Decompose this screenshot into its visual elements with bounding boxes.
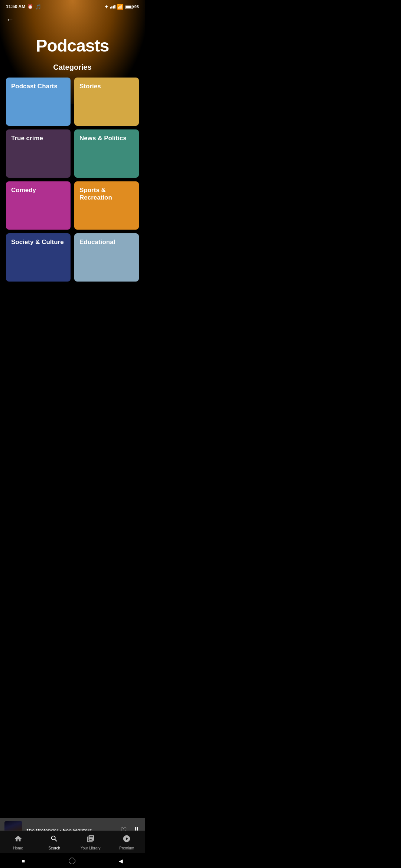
category-label-comedy: Comedy: [11, 187, 36, 194]
categories-section: Categories Podcast ChartsStoriesTrue cri…: [0, 63, 145, 282]
wifi-icon: 📶: [117, 4, 123, 10]
alarm-icon: ⏰: [27, 4, 33, 9]
signal-bars: [110, 5, 115, 9]
category-label-true-crime: True crime: [11, 135, 43, 142]
spotify-status-icon: 🎵: [35, 4, 41, 10]
category-label-podcast-charts: Podcast Charts: [11, 83, 58, 90]
battery-percentage: 93: [134, 4, 139, 9]
category-card-comedy[interactable]: Comedy: [6, 181, 71, 230]
battery-icon: [125, 5, 133, 9]
category-label-educational: Educational: [79, 239, 115, 246]
category-card-society-culture[interactable]: Society & Culture: [6, 233, 71, 282]
category-card-podcast-charts[interactable]: Podcast Charts: [6, 78, 71, 126]
category-card-sports-recreation[interactable]: Sports & Recreation: [74, 181, 139, 230]
status-bar: 11:50 AM ⏰ 🎵 ✦ 📶 93: [0, 0, 145, 12]
category-label-stories: Stories: [79, 83, 101, 90]
category-card-true-crime[interactable]: True crime: [6, 129, 71, 178]
categories-grid: Podcast ChartsStoriesTrue crimeNews & Po…: [6, 78, 139, 282]
category-label-society-culture: Society & Culture: [11, 239, 64, 246]
time: 11:50 AM: [6, 4, 25, 9]
category-label-news-politics: News & Politics: [79, 135, 127, 142]
status-left: 11:50 AM ⏰ 🎵: [6, 4, 41, 10]
category-card-educational[interactable]: Educational: [74, 233, 139, 282]
category-card-stories[interactable]: Stories: [74, 78, 139, 126]
category-card-news-politics[interactable]: News & Politics: [74, 129, 139, 178]
status-right: ✦ 📶 93: [104, 4, 139, 10]
back-arrow-icon: ←: [6, 15, 14, 24]
category-label-sports-recreation: Sports & Recreation: [79, 187, 134, 202]
back-button[interactable]: ←: [0, 12, 145, 24]
categories-heading: Categories: [6, 63, 139, 72]
bluetooth-icon: ✦: [104, 4, 108, 10]
page-title: Podcasts: [0, 24, 145, 63]
